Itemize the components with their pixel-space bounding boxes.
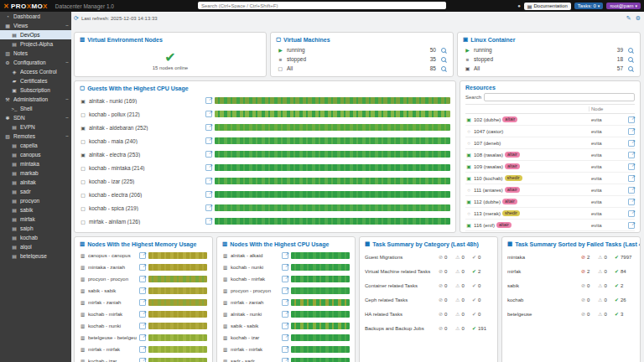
- refresh-icon[interactable]: ⟳: [74, 15, 79, 22]
- resource-row[interactable]: ○ 1047 (castor) evita: [465, 126, 635, 137]
- open-guest-link-icon[interactable]: [205, 151, 212, 158]
- warning-count-cell[interactable]: ⚠0: [598, 311, 615, 317]
- resources-search-input[interactable]: [484, 93, 635, 101]
- sidebar-item[interactable]: ▤ betelgeuse: [0, 251, 71, 261]
- documentation-button[interactable]: ▤ Documentation: [524, 3, 571, 10]
- sidebar-item[interactable]: ⚒ Administration −: [0, 95, 71, 104]
- ok-count-cell[interactable]: ✔2: [472, 268, 492, 274]
- notifications-icon[interactable]: ●: [517, 3, 521, 8]
- open-guest-link-icon[interactable]: [205, 124, 212, 131]
- open-node-link-icon[interactable]: [139, 287, 146, 294]
- open-guest-link-icon[interactable]: [205, 111, 212, 117]
- sidebar-item[interactable]: ▤ EVPN: [0, 122, 71, 132]
- open-resource-link-icon[interactable]: [628, 116, 635, 123]
- error-count-cell[interactable]: ⊘0: [439, 297, 455, 303]
- search-filter-icon[interactable]: [441, 48, 446, 53]
- edit-dashboard-icon[interactable]: ✎: [626, 15, 631, 22]
- collapse-icon[interactable]: −: [65, 59, 69, 65]
- error-count-cell[interactable]: ⊘2: [581, 268, 598, 274]
- error-count-cell[interactable]: ⊘0: [439, 311, 455, 317]
- open-node-link-icon[interactable]: [139, 358, 146, 362]
- open-resource-link-icon[interactable]: [628, 222, 635, 229]
- sidebar-item[interactable]: ▤ sabik: [0, 205, 71, 215]
- open-node-link-icon[interactable]: [139, 323, 146, 329]
- sidebar-item[interactable]: ▤ saiph: [0, 224, 71, 233]
- sidebar-item[interactable]: ▤ kochab: [0, 233, 71, 242]
- warning-count-cell[interactable]: ⚠0: [598, 254, 615, 260]
- warning-count-cell[interactable]: ⚠0: [455, 311, 472, 317]
- open-node-link-icon[interactable]: [282, 252, 288, 259]
- tasks-button[interactable]: Tasks: 0▾: [574, 3, 604, 9]
- ok-count-cell[interactable]: ✔2: [615, 282, 635, 288]
- collapse-icon[interactable]: −: [65, 96, 69, 102]
- open-node-link-icon[interactable]: [282, 264, 288, 271]
- sidebar-item[interactable]: ▤ procyon: [0, 196, 71, 205]
- warning-count-cell[interactable]: ⚠0: [598, 268, 615, 274]
- sidebar-item[interactable]: ▤ canopus: [0, 150, 71, 159]
- open-node-link-icon[interactable]: [282, 358, 288, 362]
- open-node-link-icon[interactable]: [282, 311, 288, 318]
- ok-count-cell[interactable]: ✔7997: [615, 254, 635, 260]
- resource-row[interactable]: ▣ 109 (rasalas) altair evita: [465, 161, 635, 173]
- sidebar-item[interactable]: ▥ Notes: [0, 49, 71, 58]
- search-filter-icon[interactable]: [441, 66, 446, 71]
- open-node-link-icon[interactable]: [139, 334, 146, 341]
- open-guest-link-icon[interactable]: [205, 218, 212, 225]
- resource-row[interactable]: ▣ 116 (enif) altair evita: [465, 220, 635, 231]
- open-guest-link-icon[interactable]: [205, 97, 212, 104]
- search-filter-icon[interactable]: [628, 57, 633, 62]
- search-filter-icon[interactable]: [628, 66, 633, 71]
- sidebar-item[interactable]: ▤ DevOps: [0, 30, 71, 39]
- open-node-link-icon[interactable]: [282, 323, 288, 329]
- open-guest-link-icon[interactable]: [205, 191, 212, 198]
- open-node-link-icon[interactable]: [139, 311, 146, 318]
- resource-row[interactable]: ▣ 108 (rasalas) altair evita: [465, 149, 635, 161]
- sidebar-item[interactable]: ▤ mirfak: [0, 215, 71, 224]
- open-guest-link-icon[interactable]: [205, 204, 212, 211]
- resource-row[interactable]: ▣ 112 (dubhe) altair evita: [465, 196, 635, 208]
- error-count-cell[interactable]: ⊘0: [439, 268, 455, 274]
- ok-count-cell[interactable]: ✔0: [472, 282, 492, 288]
- open-node-link-icon[interactable]: [282, 334, 288, 341]
- ok-count-cell[interactable]: ✔84: [615, 268, 635, 274]
- resource-row[interactable]: ○ 107 (deneb) evita: [465, 137, 635, 149]
- sidebar-item[interactable]: ▤ capella: [0, 141, 71, 150]
- open-resource-link-icon[interactable]: [628, 187, 635, 194]
- open-node-link-icon[interactable]: [282, 346, 288, 353]
- error-count-cell[interactable]: ⊘0: [439, 282, 455, 288]
- error-count-cell[interactable]: ⊘0: [581, 311, 598, 317]
- open-resource-link-icon[interactable]: [628, 140, 635, 147]
- warning-count-cell[interactable]: ⚠0: [455, 268, 472, 274]
- open-node-link-icon[interactable]: [139, 299, 146, 306]
- sidebar-item[interactable]: ▤ mintaka: [0, 159, 71, 168]
- open-resource-link-icon[interactable]: [628, 199, 635, 205]
- open-node-link-icon[interactable]: [139, 252, 146, 259]
- collapse-icon[interactable]: −: [65, 23, 69, 28]
- sidebar-item[interactable]: ◔ Dashboard: [0, 12, 71, 21]
- sidebar-item[interactable]: ◈ Access Control: [0, 67, 71, 76]
- warning-count-cell[interactable]: ⚠0: [455, 282, 472, 288]
- open-node-link-icon[interactable]: [282, 276, 288, 282]
- warning-count-cell[interactable]: ⚠0: [455, 297, 472, 303]
- resource-row[interactable]: ○ 113 (merak) shedir evita: [465, 208, 635, 220]
- ok-count-cell[interactable]: ✔191: [472, 325, 492, 331]
- collapse-icon[interactable]: −: [65, 133, 69, 139]
- sidebar-item[interactable]: ✱ SDN −: [0, 113, 71, 122]
- resource-row[interactable]: ○ 111 (antares) altair evita: [465, 184, 635, 196]
- resource-row[interactable]: ▣ 110 (kochab) shedir evita: [465, 173, 635, 184]
- sidebar-item[interactable]: ▤ algol: [0, 242, 71, 251]
- sidebar-item[interactable]: ▤ alnitak: [0, 178, 71, 187]
- warning-count-cell[interactable]: ⚠0: [598, 282, 615, 288]
- collapse-icon[interactable]: −: [65, 115, 69, 121]
- ok-count-cell[interactable]: ✔26: [615, 297, 635, 303]
- warning-count-cell[interactable]: ⚠0: [455, 325, 472, 331]
- global-search-input[interactable]: [198, 2, 446, 9]
- sidebar-item[interactable]: ⚙ Configuration −: [0, 58, 71, 67]
- ok-count-cell[interactable]: ✔0: [472, 254, 492, 260]
- open-resource-link-icon[interactable]: [628, 163, 635, 170]
- open-node-link-icon[interactable]: [282, 287, 288, 294]
- open-guest-link-icon[interactable]: [205, 137, 212, 144]
- sidebar-item[interactable]: ▤ sadr: [0, 187, 71, 196]
- sidebar-item[interactable]: ▣ Subscription: [0, 85, 71, 95]
- ok-count-cell[interactable]: ✔0: [472, 297, 492, 303]
